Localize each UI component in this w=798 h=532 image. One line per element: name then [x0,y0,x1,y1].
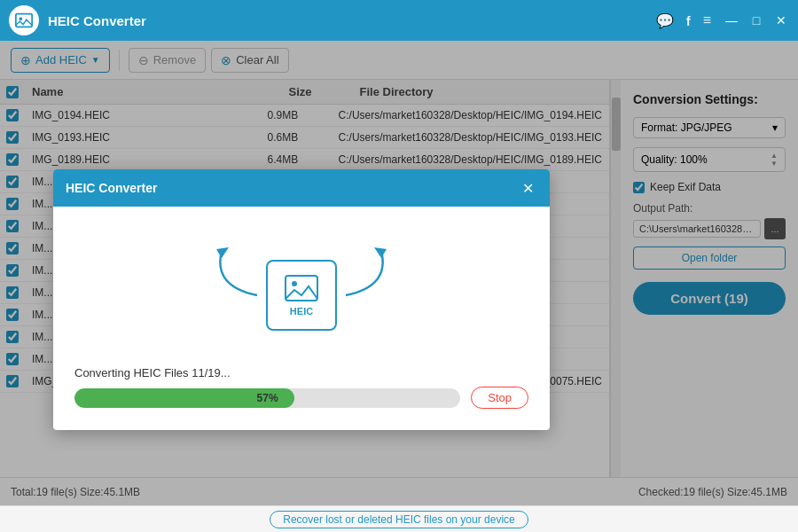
modal-icon-area: HEIC [74,224,528,366]
app-logo [9,5,39,35]
footer: Recover lost or deleted HEIC files on yo… [0,505,798,532]
titlebar: HEIC Converter 💬 f ≡ — □ ✕ [0,0,798,41]
facebook-icon[interactable]: f [686,13,691,28]
close-button[interactable]: ✕ [773,12,789,28]
svg-point-4 [292,281,297,286]
modal-overlay: HEIC Converter ✕ [0,41,798,505]
svg-point-1 [20,17,23,20]
modal-close-button[interactable]: ✕ [518,178,537,198]
titlebar-icons: 💬 f ≡ [656,12,711,29]
progress-percent-label: 57% [257,392,278,404]
stop-button[interactable]: Stop [471,387,528,409]
modal-header: HEIC Converter ✕ [53,169,550,207]
svg-marker-2 [216,247,229,258]
svg-rect-0 [16,14,32,27]
heic-file-icon: HEIC [266,260,337,331]
menu-icon[interactable]: ≡ [703,12,711,28]
app-title: HEIC Converter [48,13,656,28]
window-controls: — □ ✕ [724,12,789,28]
recover-link[interactable]: Recover lost or deleted HEIC files on yo… [270,511,528,528]
maximize-button[interactable]: □ [748,12,764,28]
heic-label: HEIC [290,306,313,317]
conversion-modal: HEIC Converter ✕ [53,169,550,430]
progress-row: 57% Stop [74,387,528,409]
chat-icon[interactable]: 💬 [656,12,674,29]
right-arrow-icon [328,242,399,313]
svg-rect-3 [286,276,317,301]
progress-bar-container: 57% [74,388,460,408]
svg-marker-5 [374,247,387,258]
modal-body: HEIC Converting HEIC Files 11/19... 57% … [53,207,550,430]
left-arrow-icon [204,242,275,313]
minimize-button[interactable]: — [724,12,739,28]
modal-title: HEIC Converter [66,181,157,195]
converting-status-text: Converting HEIC Files 11/19... [74,366,528,379]
image-icon [284,274,319,302]
